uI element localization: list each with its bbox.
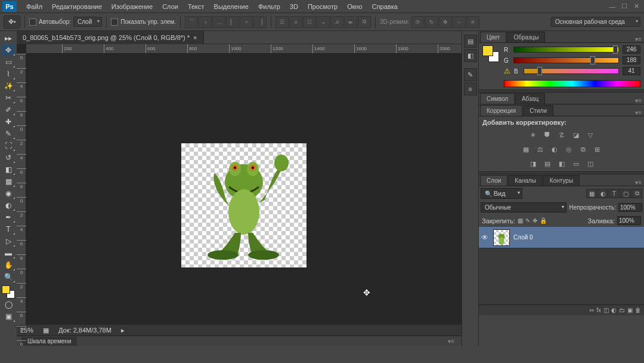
lock-pos-icon[interactable]: ✥: [532, 217, 537, 224]
timeline-menu-icon[interactable]: ▾≡: [445, 338, 457, 344]
brightness-icon[interactable]: ☀: [527, 130, 539, 140]
menu-filter[interactable]: Фильтр: [253, 0, 285, 13]
align-hcenter-icon[interactable]: ⫟: [240, 16, 253, 28]
r-slider[interactable]: [513, 47, 619, 53]
brush-tool[interactable]: ✎: [1, 128, 16, 140]
dist-left-icon[interactable]: ⫠: [317, 16, 330, 28]
g-value[interactable]: 188: [623, 56, 640, 64]
invert-icon[interactable]: ◨: [527, 158, 539, 169]
move-tool-icon[interactable]: ✥▾: [4, 16, 20, 29]
gradientmap-icon[interactable]: ▭: [570, 158, 582, 169]
menu-view[interactable]: Просмотр: [303, 0, 342, 13]
hue-icon[interactable]: ▦: [520, 144, 532, 155]
align-right-icon[interactable]: ▕: [253, 16, 267, 28]
workspace-dropdown[interactable]: Основная рабочая среда: [551, 17, 640, 27]
align-bottom-icon[interactable]: ⎵: [212, 16, 225, 28]
eyedropper-tool[interactable]: ✐: [1, 104, 16, 116]
visibility-icon[interactable]: 👁: [481, 233, 490, 242]
new-layer-icon[interactable]: ▣: [627, 307, 633, 313]
dist-hcenter-icon[interactable]: ⫡: [330, 16, 343, 28]
tab-symbol[interactable]: Символ: [480, 93, 515, 104]
roll-3d-icon[interactable]: ↻: [425, 16, 438, 28]
layer-item[interactable]: 👁 Слой 0: [479, 227, 644, 248]
menu-text[interactable]: Текст: [183, 0, 209, 13]
posterize-icon[interactable]: ▤: [541, 158, 553, 169]
lock-trans-icon[interactable]: ▦: [518, 217, 523, 224]
vibrance-icon[interactable]: ▽: [584, 130, 596, 140]
paragraph-dock-icon[interactable]: ≡: [464, 82, 477, 96]
timeline-tab[interactable]: Шкала времени: [21, 337, 77, 346]
menu-3d[interactable]: 3D: [285, 0, 303, 13]
lock-pixel-icon[interactable]: ✎: [525, 217, 530, 224]
new-group-icon[interactable]: 🗀: [619, 307, 625, 313]
color-panel-menu-icon[interactable]: ▾≡: [633, 36, 644, 42]
exposure-icon[interactable]: ◪: [570, 130, 582, 140]
lock-all-icon[interactable]: 🔒: [540, 217, 547, 224]
blendmode-dropdown[interactable]: Обычные: [481, 202, 566, 213]
tab-layers[interactable]: Слои: [480, 175, 507, 186]
minimize-icon[interactable]: —: [607, 2, 618, 11]
path-select-tool[interactable]: ▷: [1, 235, 16, 247]
gradient-tool[interactable]: ▦: [1, 176, 16, 187]
properties-dock-icon[interactable]: ◧: [464, 49, 477, 62]
menu-file[interactable]: Файл: [21, 0, 47, 13]
symbol-panel-menu-icon[interactable]: ▾≡: [633, 97, 644, 104]
selectivecolor-icon[interactable]: ◫: [584, 158, 596, 169]
channelmixer-icon[interactable]: ⧉: [577, 144, 589, 155]
doc-info[interactable]: Док: 2,84M/3,78M: [58, 327, 112, 334]
tab-channels[interactable]: Каналы: [508, 175, 543, 186]
align-top-icon[interactable]: ⎴: [185, 16, 198, 28]
move-tool[interactable]: ✥: [1, 44, 16, 56]
fill-value[interactable]: 100%: [617, 216, 641, 225]
filter-adj-icon[interactable]: ◐: [597, 189, 608, 198]
canvas-viewport[interactable]: ✥: [26, 54, 462, 325]
bw-icon[interactable]: ◐: [549, 144, 561, 155]
colorbalance-icon[interactable]: ⚖: [534, 144, 546, 155]
levels-icon[interactable]: ⛊: [541, 130, 553, 140]
menu-help[interactable]: Справка: [367, 0, 402, 13]
opacity-value[interactable]: 100%: [618, 203, 642, 212]
tab-paths[interactable]: Контуры: [543, 175, 580, 186]
layer-mask-icon[interactable]: ◫: [603, 307, 609, 313]
orbit-3d-icon[interactable]: ⟳: [411, 16, 425, 28]
history-brush-tool[interactable]: ↺: [1, 152, 16, 164]
new-adj-icon[interactable]: ◐: [611, 307, 617, 313]
expand-toolbar-icon[interactable]: ▸▸: [1, 32, 16, 44]
layer-name[interactable]: Слой 0: [513, 234, 533, 241]
slide-3d-icon[interactable]: ↔: [453, 16, 466, 28]
magic-wand-tool[interactable]: ✨: [1, 80, 16, 92]
menu-select[interactable]: Выделение: [209, 0, 253, 13]
tab-paragraph[interactable]: Абзац: [515, 93, 545, 104]
tab-adjustments[interactable]: Коррекция: [480, 105, 522, 116]
lasso-tool[interactable]: ⌇: [1, 68, 16, 80]
photofilter-icon[interactable]: ◎: [563, 144, 575, 155]
tab-swatches[interactable]: Образцы: [507, 32, 545, 42]
menu-layers[interactable]: Слои: [157, 0, 183, 13]
b-value[interactable]: 41: [623, 67, 640, 75]
quickmask-tool[interactable]: ◯: [1, 299, 16, 310]
text-tool[interactable]: T: [1, 223, 16, 235]
pan-3d-icon[interactable]: ✥: [439, 16, 452, 28]
tab-color[interactable]: Цвет: [480, 32, 506, 42]
layer-fx-icon[interactable]: fx: [596, 307, 601, 313]
shape-tool[interactable]: ▬: [1, 247, 16, 259]
zoom-tool[interactable]: 🔍: [1, 271, 16, 283]
document-tab[interactable]: 0_80065_b154b573_orig.png @ 25% (Слой 0,…: [17, 31, 204, 44]
close-tab-icon[interactable]: ×: [193, 31, 197, 44]
layer-thumb[interactable]: [493, 229, 510, 246]
auto-align-icon[interactable]: ⧉: [358, 16, 371, 28]
screenmode-tool[interactable]: ▣: [1, 310, 16, 322]
g-slider[interactable]: [513, 57, 619, 63]
menu-edit[interactable]: Редактирование: [47, 0, 107, 13]
layers-panel-menu-icon[interactable]: ▾≡: [633, 179, 644, 186]
scale-3d-icon[interactable]: ⤧: [466, 16, 479, 28]
menu-window[interactable]: Окно: [342, 0, 367, 13]
align-vcenter-icon[interactable]: ⫞: [199, 16, 212, 28]
color-swatch[interactable]: [2, 285, 15, 299]
curves-icon[interactable]: ☡: [556, 130, 568, 140]
panel-color-swatch[interactable]: [482, 45, 499, 62]
filter-shape-icon[interactable]: ▢: [620, 189, 631, 198]
blur-tool[interactable]: ◉: [1, 187, 16, 199]
colorlookup-icon[interactable]: ⊞: [592, 144, 603, 155]
filter-smart-icon[interactable]: ⧉: [631, 189, 642, 198]
